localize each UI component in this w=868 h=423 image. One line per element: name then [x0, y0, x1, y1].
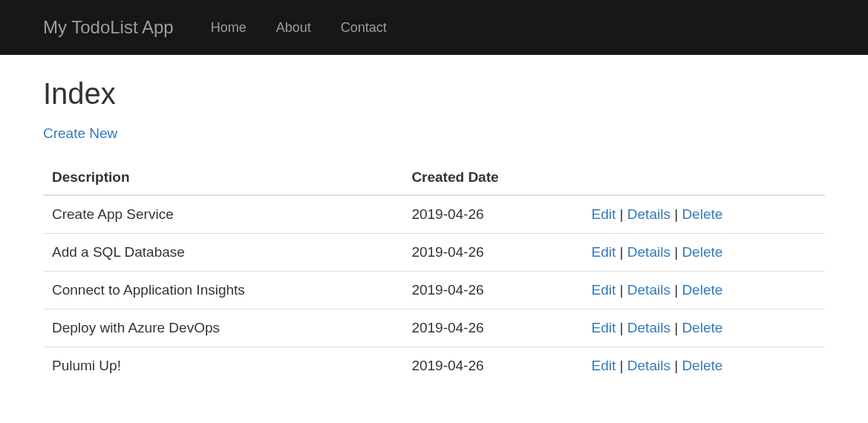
- details-link[interactable]: Details: [627, 320, 670, 335]
- page-title: Index: [43, 77, 825, 111]
- action-separator: |: [670, 320, 682, 335]
- action-separator: |: [616, 282, 627, 298]
- todo-table: Description Created Date Create App Serv…: [43, 160, 825, 384]
- table-row: Pulumi Up!2019-04-26Edit | Details | Del…: [43, 347, 825, 385]
- edit-link[interactable]: Edit: [592, 320, 616, 335]
- action-separator: |: [616, 358, 627, 373]
- nav-link-contact[interactable]: Contact: [341, 20, 387, 35]
- table-row: Create App Service2019-04-26Edit | Detai…: [43, 195, 825, 234]
- cell-description: Create App Service: [43, 195, 402, 234]
- nav-link-home[interactable]: Home: [211, 20, 247, 35]
- cell-created-date: 2019-04-26: [402, 234, 582, 272]
- cell-actions: Edit | Details | Delete: [583, 234, 825, 272]
- table-row: Connect to Application Insights2019-04-2…: [43, 272, 825, 309]
- edit-link[interactable]: Edit: [592, 282, 616, 298]
- cell-created-date: 2019-04-26: [402, 347, 582, 385]
- edit-link[interactable]: Edit: [592, 358, 616, 373]
- edit-link[interactable]: Edit: [592, 206, 616, 222]
- edit-link[interactable]: Edit: [592, 244, 616, 260]
- action-separator: |: [670, 206, 682, 222]
- action-separator: |: [616, 244, 627, 260]
- details-link[interactable]: Details: [627, 358, 670, 373]
- action-separator: |: [670, 358, 682, 373]
- cell-description: Pulumi Up!: [43, 347, 402, 385]
- table-row: Add a SQL Database2019-04-26Edit | Detai…: [43, 234, 825, 272]
- navbar-brand[interactable]: My TodoList App: [43, 17, 174, 38]
- nav-links: Home About Contact: [196, 20, 402, 36]
- details-link[interactable]: Details: [627, 282, 670, 298]
- delete-link[interactable]: Delete: [682, 282, 722, 298]
- cell-actions: Edit | Details | Delete: [583, 347, 825, 385]
- table-header-row: Description Created Date: [43, 160, 825, 195]
- cell-actions: Edit | Details | Delete: [583, 309, 825, 347]
- action-separator: |: [670, 282, 682, 298]
- delete-link[interactable]: Delete: [682, 244, 722, 260]
- delete-link[interactable]: Delete: [682, 320, 722, 335]
- cell-actions: Edit | Details | Delete: [583, 195, 825, 234]
- cell-created-date: 2019-04-26: [402, 195, 582, 234]
- cell-description: Connect to Application Insights: [43, 272, 402, 309]
- action-separator: |: [616, 206, 627, 222]
- header-actions: [583, 160, 825, 195]
- action-separator: |: [616, 320, 627, 335]
- header-created-date: Created Date: [402, 160, 582, 195]
- cell-actions: Edit | Details | Delete: [583, 272, 825, 309]
- cell-description: Deploy with Azure DevOps: [43, 309, 402, 347]
- cell-created-date: 2019-04-26: [402, 309, 582, 347]
- details-link[interactable]: Details: [627, 244, 670, 260]
- header-description: Description: [43, 160, 402, 195]
- navbar: My TodoList App Home About Contact: [0, 0, 868, 55]
- delete-link[interactable]: Delete: [682, 358, 722, 373]
- action-separator: |: [670, 244, 682, 260]
- cell-description: Add a SQL Database: [43, 234, 402, 272]
- create-new-link[interactable]: Create New: [43, 125, 117, 142]
- main-container: Index Create New Description Created Dat…: [0, 77, 868, 384]
- cell-created-date: 2019-04-26: [402, 272, 582, 309]
- table-row: Deploy with Azure DevOps2019-04-26Edit |…: [43, 309, 825, 347]
- nav-link-about[interactable]: About: [276, 20, 311, 35]
- details-link[interactable]: Details: [627, 206, 670, 222]
- delete-link[interactable]: Delete: [682, 206, 722, 222]
